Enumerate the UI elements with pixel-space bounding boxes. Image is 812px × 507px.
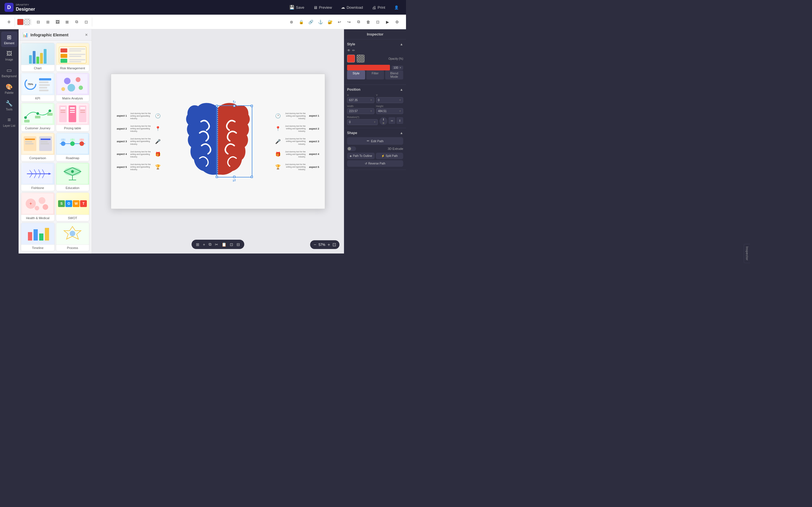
- h-value: 484.51: [378, 110, 387, 113]
- education-thumbnail: [56, 163, 89, 184]
- copy-btn[interactable]: ⧉: [209, 242, 211, 247]
- layers-icon[interactable]: ⊛: [287, 17, 296, 26]
- flip-v-btn[interactable]: ⇕: [396, 117, 403, 124]
- redo-icon[interactable]: ↪: [345, 17, 354, 26]
- copy-icon[interactable]: ⧉: [354, 17, 363, 26]
- layers-list-icon: ≡: [8, 117, 11, 123]
- panel-card-chart[interactable]: Chart: [21, 43, 55, 71]
- lock2-icon[interactable]: 🔐: [325, 17, 335, 26]
- group-tool[interactable]: ⊡: [82, 17, 91, 26]
- sidebar-item-element[interactable]: ⊞ Element: [1, 32, 17, 47]
- panel-card-extra1[interactable]: Timeline: [21, 223, 55, 251]
- more-btn[interactable]: ⊟: [237, 242, 240, 247]
- svg-point-54: [61, 142, 65, 146]
- play-icon[interactable]: ▶: [383, 17, 392, 26]
- user-button[interactable]: 👤: [391, 4, 402, 11]
- select-tool[interactable]: ✛: [4, 17, 13, 26]
- extrude-toggle-row: 3D Extrude: [347, 147, 403, 151]
- opacity-input[interactable]: 100 ▼: [392, 66, 403, 70]
- style-tab-style[interactable]: Style: [347, 70, 365, 79]
- panel-card-comparison[interactable]: Comparison: [21, 133, 55, 161]
- panel-card-matrix[interactable]: Matrix Analysis: [56, 73, 90, 101]
- zoom-in-button[interactable]: +: [327, 242, 330, 247]
- inspector-stroke-color[interactable]: [357, 55, 364, 62]
- anchor-icon[interactable]: ⚓: [316, 17, 325, 26]
- sidebar-item-tools[interactable]: 🔧 Tools: [1, 98, 17, 113]
- w-input[interactable]: 223.57 ▼: [347, 108, 374, 114]
- add-btn[interactable]: +: [203, 242, 205, 247]
- delete-icon[interactable]: 🗑: [364, 17, 373, 26]
- flip-h-btn[interactable]: ⇔: [389, 117, 395, 124]
- paste-btn[interactable]: 📋: [221, 242, 226, 247]
- panel-close-button[interactable]: ×: [85, 33, 88, 38]
- svg-point-73: [35, 206, 39, 210]
- crop-tool[interactable]: ⊠: [63, 17, 71, 26]
- style-tab-blend[interactable]: Blend Mode: [385, 70, 403, 79]
- frame-tool[interactable]: ⧉: [72, 17, 81, 26]
- transform-icon[interactable]: ⊡: [373, 17, 382, 26]
- kpi-thumbnail: 75%: [21, 73, 54, 95]
- preview-button[interactable]: 🖥 Preview: [310, 4, 335, 11]
- top-navigation: D DRAWTIFY Designer 💾 Save 🖥 Preview ☁ D…: [0, 0, 406, 15]
- style-tab-filter[interactable]: Filter: [366, 70, 384, 79]
- svg-point-67: [71, 170, 74, 173]
- position-collapse-btn[interactable]: ▲: [400, 88, 403, 92]
- edit-path-icon: ✏: [367, 139, 369, 143]
- canvas-area[interactable]: aspect 1 Just dummy text for the writing…: [92, 29, 344, 253]
- inspector-fill-color[interactable]: [347, 55, 355, 62]
- panel-card-education[interactable]: Education: [56, 163, 90, 191]
- undo-icon[interactable]: ↩: [335, 17, 344, 26]
- align-btn[interactable]: ⊡: [230, 242, 233, 247]
- bottom-toolbar: ⊞ + ⧉ ✂ 📋 ⊡ ⊟: [192, 240, 244, 249]
- stroke-color-swatch[interactable]: [24, 19, 30, 25]
- zoom-out-button[interactable]: −: [313, 242, 316, 247]
- svg-rect-9: [69, 61, 81, 62]
- align-tool[interactable]: ⊟: [34, 17, 43, 26]
- lock-icon[interactable]: 🔒: [297, 17, 306, 26]
- download-button[interactable]: ☁ Download: [338, 3, 366, 11]
- split-path-button[interactable]: ⚡ Split Path: [376, 153, 403, 159]
- position-section-header: Position ▲: [347, 88, 403, 92]
- settings-icon[interactable]: ⚙: [393, 17, 402, 26]
- sidebar-item-background[interactable]: ▭ Background: [1, 64, 17, 80]
- panel-card-risk[interactable]: Risk Management: [56, 43, 90, 71]
- panel-card-fishbone[interactable]: Fishbone: [21, 163, 55, 191]
- style-collapse-btn[interactable]: ▲: [400, 42, 403, 46]
- svg-rect-50: [25, 144, 34, 144]
- h-input[interactable]: 484.51 ▼: [376, 108, 403, 114]
- link-icon[interactable]: 🔗: [306, 17, 315, 26]
- distribute-tool[interactable]: ⊞: [43, 17, 52, 26]
- panel-card-kpi[interactable]: 75% KPI: [21, 73, 55, 101]
- panel-card-roadmap[interactable]: Roadmap: [56, 133, 90, 161]
- print-button[interactable]: 🖨 Print: [369, 4, 388, 11]
- sidebar-item-layer-list[interactable]: ≡ Layer List: [1, 114, 17, 129]
- image-tool[interactable]: 🖼: [53, 17, 62, 26]
- reverse-path-button[interactable]: ↺ Reverse Path: [347, 160, 403, 167]
- y-input[interactable]: 0 ▼: [376, 97, 403, 103]
- brain-graphic[interactable]: ↻ ⇄: [184, 99, 252, 184]
- rotation-row: Rotation(*) 0 ▼ ⇔ ⇕: [347, 116, 403, 125]
- panel-card-journey[interactable]: Customer Journey: [21, 103, 55, 131]
- shape-collapse-btn[interactable]: ▲: [400, 131, 403, 135]
- zoom-fit-button[interactable]: ⊡: [333, 242, 336, 247]
- sidebar-item-palette[interactable]: 🎨 Palette: [1, 81, 17, 97]
- save-button[interactable]: 💾 Save: [287, 3, 307, 11]
- x-input[interactable]: 637.35 ▼: [347, 97, 374, 103]
- panel-card-extra2[interactable]: Process: [56, 223, 90, 251]
- panel-card-pricing[interactable]: Pricing table: [56, 103, 90, 131]
- main-area: ⊞ Element 🖼 Image ▭ Background 🎨 Palette…: [0, 29, 406, 253]
- edit-path-button[interactable]: ✏ Edit Path: [347, 137, 403, 145]
- risk-label: Risk Management: [56, 65, 89, 71]
- panel-card-health[interactable]: + Health & Medical: [21, 192, 55, 221]
- extrude-toggle[interactable]: [347, 147, 356, 151]
- panel-card-swot[interactable]: S O W T SWOT: [56, 192, 90, 221]
- svg-rect-38: [60, 110, 65, 111]
- rotation-dial[interactable]: [379, 117, 388, 125]
- grid-btn[interactable]: ⊞: [196, 242, 199, 247]
- opacity-slider[interactable]: [347, 65, 390, 70]
- cut-btn[interactable]: ✂: [215, 242, 218, 247]
- path-to-outline-button[interactable]: ◈ Path To Outline: [347, 153, 375, 159]
- fill-color-swatch[interactable]: [17, 19, 23, 25]
- sidebar-item-image[interactable]: 🖼 Image: [1, 48, 17, 63]
- rotation-input[interactable]: 0 ▼: [347, 119, 378, 125]
